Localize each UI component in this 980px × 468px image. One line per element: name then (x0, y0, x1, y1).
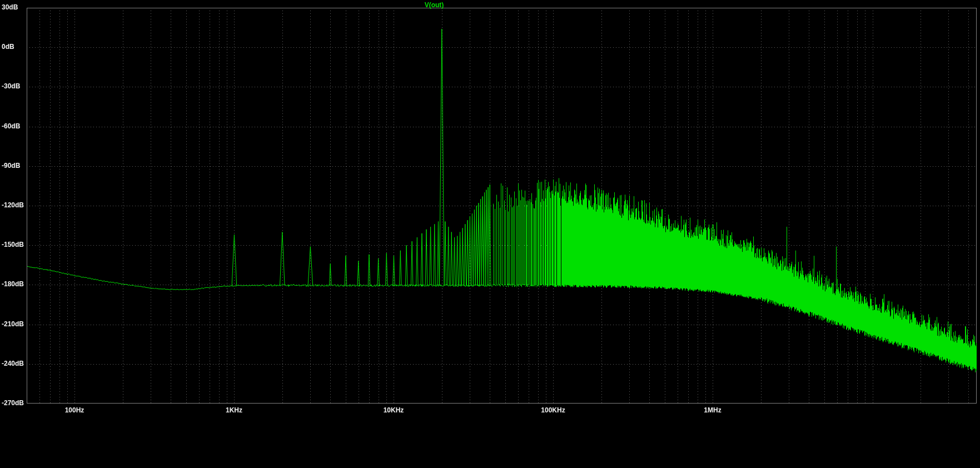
y-tick-label-m90db[interactable]: -90dB (2, 162, 26, 170)
y-tick-label-m210db[interactable]: -210dB (2, 320, 26, 328)
y-tick-label-0db[interactable]: 0dB (2, 43, 26, 51)
y-tick-label-m60db[interactable]: -60dB (2, 122, 26, 130)
y-tick-label-m270db[interactable]: -270dB (2, 399, 26, 407)
y-tick-label-m150db[interactable]: -150dB (2, 241, 26, 248)
x-tick-label-1khz[interactable]: 1KHz (209, 406, 259, 414)
y-tick-label-m180db[interactable]: -180dB (2, 280, 26, 288)
y-tick-label-m120db[interactable]: -120dB (2, 201, 26, 209)
fft-plot-canvas[interactable] (0, 0, 980, 468)
waveform-viewer-window: V(out) 30dB 0dB -30dB -60dB -90dB -120dB… (0, 0, 980, 468)
x-tick-label-100hz[interactable]: 100Hz (49, 406, 100, 414)
x-tick-label-100khz[interactable]: 100KHz (528, 406, 578, 414)
x-tick-label-1mhz[interactable]: 1MHz (688, 406, 738, 414)
y-tick-label-m30db[interactable]: -30dB (2, 82, 26, 90)
trace-label-vout[interactable]: V(out) (409, 1, 459, 9)
x-tick-label-10khz[interactable]: 10KHz (369, 406, 419, 414)
y-tick-label-m240db[interactable]: -240dB (2, 360, 26, 367)
y-tick-label-30db[interactable]: 30dB (2, 3, 26, 11)
